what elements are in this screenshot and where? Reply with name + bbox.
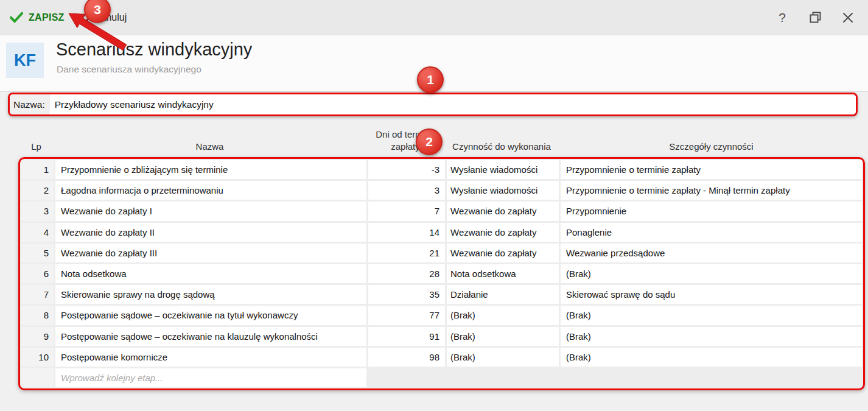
close-button[interactable] [838,7,858,28]
cell-szczegoly[interactable]: (Brak) [561,327,862,346]
window-controls: ? [772,7,868,28]
app-window: { "toolbar": { "save_label": "ZAPISZ", "… [0,0,868,411]
cell-szczegoly[interactable]: (Brak) [561,348,862,367]
cell-szczegoly[interactable]: (Brak) [561,264,862,283]
new-row-placeholder: Wprowadź kolejny etap... [61,373,163,383]
table-row[interactable]: 5Wezwanie do zapłaty III21Wezwanie do za… [21,244,862,262]
help-button[interactable]: ? [772,7,793,28]
cell-szczegoly[interactable]: Przypomnienie o terminie zapłaty - Minął… [561,181,862,200]
name-input[interactable]: Przykładowy scenariusz windykacyjny [50,94,856,114]
check-icon [10,12,23,24]
cell-dni[interactable]: 77 [368,306,445,325]
module-badge: KF [6,43,44,78]
column-header-szczegoly: Szczegóły czynności [559,141,863,153]
cell-dni[interactable]: 35 [368,285,445,304]
cell-czynnosc [447,368,559,387]
cell-czynnosc[interactable]: Wysłanie wiadomości [447,160,559,179]
cell-lp[interactable]: 1 [21,160,54,179]
cell-szczegoly[interactable]: Wezwanie przedsądowe [561,244,862,262]
column-header-czynnosc: Czynność do wykonania [442,141,561,153]
cell-czynnosc[interactable]: Nota odsetkowa [447,264,559,283]
cell-dni[interactable]: 28 [368,264,445,283]
cell-dni[interactable]: 91 [368,327,445,346]
annotation-highlight-1: Nazwa: Przykładowy scenariusz windykacyj… [8,93,858,116]
table-row[interactable]: 3Wezwanie do zapłaty I7Wezwanie do zapła… [21,202,862,220]
close-icon [842,12,853,23]
cell-lp[interactable]: 9 [21,327,54,346]
table-row[interactable]: 8Postępowanie sądowe – oczekiwanie na ty… [21,306,862,325]
cell-nazwa[interactable]: Skierowanie sprawy na drogę sądową [55,285,366,304]
cell-lp[interactable]: 4 [21,223,54,242]
cell-nazwa[interactable]: Łagodna informacja o przeterminowaniu [55,181,366,200]
table-row[interactable]: 4Wezwanie do zapłaty II14Wezwanie do zap… [21,223,862,242]
cell-dni [368,368,445,387]
cell-szczegoly[interactable]: (Brak) [561,306,862,325]
cell-dni[interactable]: 14 [368,223,445,242]
restore-icon [810,12,821,23]
cell-dni[interactable]: 3 [368,181,445,200]
cell-nazwa[interactable]: Postępowanie komornicze [55,348,366,367]
new-row-input[interactable]: Wprowadź kolejny etap... [55,368,366,387]
cell-szczegoly[interactable]: Przypomnienie [561,202,862,220]
cell-czynnosc[interactable]: Wysłanie wiadomości [447,181,559,200]
cell-nazwa[interactable]: Postępowanie sądowe – oczekiwanie na kla… [55,327,366,346]
page-subtitle: Dane scenariusza windykacyjnego [57,64,201,75]
table-row[interactable]: 1Przypomnienie o zbliżającym się termini… [21,160,862,179]
cell-szczegoly [561,368,862,387]
cell-nazwa[interactable]: Przypomnienie o zbliżającym się terminie [55,160,366,179]
cell-dni[interactable]: -3 [368,160,445,179]
column-header-lp: Lp [20,141,52,153]
cell-czynnosc[interactable]: (Brak) [447,327,559,346]
cell-czynnosc[interactable]: Wezwanie do zapłaty [447,244,559,262]
annotation-highlight-2: 1Przypomnienie o zbliżającym się termini… [18,157,865,390]
table-row[interactable]: 7Skierowanie sprawy na drogę sądową35Dzi… [21,285,862,304]
cell-lp[interactable]: 3 [21,202,54,220]
cell-dni[interactable]: 21 [368,244,445,262]
cell-szczegoly[interactable]: Przypomnienie o terminie zapłaty [561,160,862,179]
cell-szczegoly[interactable]: Ponaglenie [561,223,862,242]
cell-czynnosc[interactable]: (Brak) [447,348,559,367]
cell-lp[interactable]: 10 [21,348,54,367]
cell-lp[interactable]: 7 [21,285,54,304]
cell-nazwa[interactable]: Nota odsetkowa [55,264,366,283]
cell-dni[interactable]: 98 [368,348,445,367]
cell-lp[interactable]: 2 [21,181,54,200]
cell-szczegoly[interactable]: Skierować sprawę do sądu [561,285,862,304]
table-row[interactable]: 10Postępowanie komornicze98(Brak)(Brak) [21,348,862,367]
cell-dni[interactable]: 7 [368,202,445,220]
restore-button[interactable] [805,7,825,28]
annotation-badge-2: 2 [416,128,443,155]
cell-nazwa[interactable]: Wezwanie do zapłaty II [55,223,366,242]
new-row[interactable]: Wprowadź kolejny etap... [21,368,862,387]
cell-czynnosc[interactable]: (Brak) [447,306,559,325]
cell-lp[interactable]: 6 [21,264,54,283]
annotation-badge-1: 1 [417,66,444,93]
table-row[interactable]: 6Nota odsetkowa28Nota odsetkowa(Brak) [21,264,862,283]
name-field-label: Nazwa: [10,94,50,114]
table-row[interactable]: 2Łagodna informacja o przeterminowaniu3W… [21,181,862,200]
cell-nazwa[interactable]: Postępowanie sądowe – oczekiwanie na tyt… [55,306,366,325]
cell-czynnosc[interactable]: Wezwanie do zapłaty [447,223,559,242]
table-body: 1Przypomnienie o zbliżającym się termini… [20,159,863,388]
cell-lp [21,368,54,387]
table-row[interactable]: 9Postępowanie sądowe – oczekiwanie na kl… [21,327,862,346]
cell-lp[interactable]: 8 [21,306,54,325]
cell-nazwa[interactable]: Wezwanie do zapłaty III [55,244,366,262]
column-header-nazwa: Nazwa [54,141,365,153]
cell-lp[interactable]: 5 [21,244,54,262]
cell-czynnosc[interactable]: Działanie [447,285,559,304]
cell-czynnosc[interactable]: Wezwanie do zapłaty [447,202,559,220]
cell-nazwa[interactable]: Wezwanie do zapłaty I [55,202,366,220]
help-icon: ? [779,10,786,25]
